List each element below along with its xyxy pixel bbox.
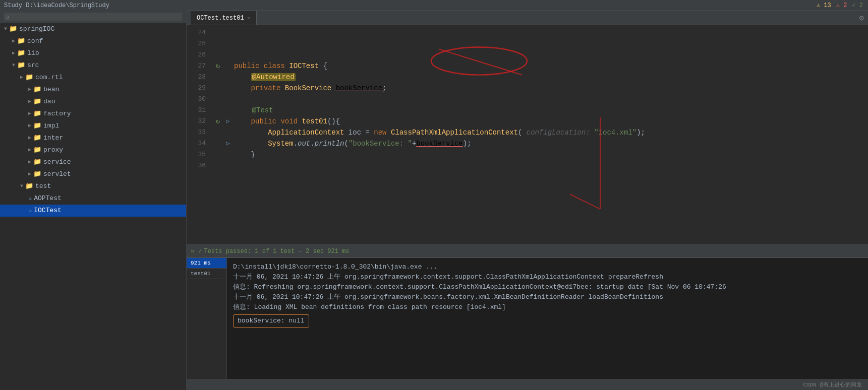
error-count: ⚠ 2 [836,2,847,9]
tree-item-label: conf [27,36,43,46]
tree-item-label: dao [43,97,55,107]
output-line-5: bookService: null [233,312,862,328]
sidebar-search-bar [0,11,186,23]
tree-item-proxy[interactable]: ▶📁proxy [0,144,186,156]
check-icon: ✓ [198,247,202,255]
tree-item-label: proxy [43,145,63,155]
code-line-33: 33 ApplicationContext ioc = new ClassPat… [187,127,868,138]
bookmark-icon-34: ▷ [224,138,232,149]
run-gutter-icon-32[interactable]: ↻ [212,116,224,127]
folder-icon: 📁 [33,121,41,131]
pass-badge: ✓ Tests passed: 1 of 1 test – 2 sec 921 … [198,247,349,255]
tree-arrow: ▶ [20,73,23,83]
warning-count: ⚠ 13 [817,2,831,9]
tree-item-label: IOCTest [34,206,62,216]
tree-item-servlet[interactable]: ▶📁servlet [0,168,186,180]
tree-item-bean[interactable]: ▶📁bean [0,84,186,96]
code-line-30: 30 [187,94,868,105]
code-line-24: 24 [187,27,868,38]
tab-bar: OCTest.test01 ✕ ⚙ [187,11,868,25]
sidebar-search-input[interactable] [4,13,182,21]
sidebar-header: Study D:\ideaCode\SpringStudy [0,0,186,11]
java-file-icon: ☕ [28,206,32,216]
tree-item-label: src [27,60,39,71]
file-tree: ▼📁springIOC▶📁conf▶📁lib▼📁src▶📁com.rtl▶📁be… [0,23,186,390]
tree-arrow: ▶ [28,121,31,131]
tree-item-springIOC[interactable]: ▼📁springIOC [0,23,186,35]
tree-item-AOPTest[interactable]: ☕AOPTest [0,192,186,205]
tree-arrow: ▶ [28,109,31,119]
tree-item-label: inter [43,133,63,143]
code-line-27: 27 ↻ public class IOCTest { [187,60,868,72]
folder-icon: 📁 [33,145,41,155]
run-output: D:\install\jdk18\corretto-1.8.0_302\bin\… [227,258,868,379]
tree-item-IOCTest[interactable]: ☕IOCTest [0,205,186,217]
run-panel: » ✓ Tests passed: 1 of 1 test – 2 sec 92… [187,244,868,390]
run-gutter-icon-27[interactable]: ↻ [212,60,224,72]
run-side-item-test01[interactable]: test01 [187,269,226,279]
tree-item-factory[interactable]: ▶📁factory [0,108,186,120]
run-side-item-921ms[interactable]: 921 ms [187,258,226,269]
code-line-25: 25 [187,38,868,49]
tree-item-label: test [35,181,51,191]
tree-item-label: lib [27,48,39,58]
active-tab[interactable]: OCTest.test01 ✕ [191,11,257,25]
tree-item-label: service [43,157,71,167]
settings-gear-icon[interactable]: ⚙ [859,13,864,23]
run-arrow-icon: » [191,248,194,255]
code-editor[interactable]: 24 25 26 27 ↻ [187,25,868,244]
tree-item-label: factory [43,109,71,119]
folder-icon: 📁 [33,97,41,107]
tab-label: OCTest.test01 [197,15,244,22]
tree-item-impl[interactable]: ▶📁impl [0,120,186,132]
tree-item-dao[interactable]: ▶📁dao [0,96,186,108]
code-line-32: 32 ↻ ▷ public void test01(){ [187,116,868,127]
code-line-29: 29 private BookService bookService; [187,83,868,94]
code-line-28: 28 @Autowired [187,72,868,83]
run-sidebar: 921 mstest01 [187,258,227,379]
tree-item-label: servlet [43,169,71,179]
folder-icon: 📁 [17,36,25,46]
tree-item-conf[interactable]: ▶📁conf [0,35,186,47]
tab-close-icon[interactable]: ✕ [247,15,251,21]
code-line-36: 36 [187,160,868,171]
tree-arrow: ▼ [20,181,23,191]
output-result: bookService: null [233,314,309,328]
tree-arrow: ▶ [28,169,31,179]
editor-topbar: ⚠ 13 ⚠ 2 ✓ 2 [187,0,868,11]
folder-icon: 📁 [33,157,41,167]
tree-arrow: ▶ [28,85,31,95]
run-toolbar: » ✓ Tests passed: 1 of 1 test – 2 sec 92… [187,245,868,258]
main-editor-area: ⚠ 13 ⚠ 2 ✓ 2 OCTest.test01 ✕ ⚙ [187,0,868,390]
tree-item-com.rtl[interactable]: ▶📁com.rtl [0,72,186,84]
sidebar: Study D:\ideaCode\SpringStudy ▼📁springIO… [0,0,187,390]
tree-item-service[interactable]: ▶📁service [0,156,186,168]
tree-item-src[interactable]: ▼📁src [0,59,186,72]
tree-item-label: com.rtl [35,73,63,83]
folder-icon: 📁 [33,169,41,179]
tree-arrow: ▶ [28,145,31,155]
tree-item-lib[interactable]: ▶📁lib [0,47,186,59]
bookmark-icon-32: ▷ [224,116,232,127]
editor-area: OCTest.test01 ✕ ⚙ 24 [187,11,868,244]
tree-arrow: ▶ [12,36,15,46]
run-content: 921 mstest01 D:\install\jdk18\corretto-1… [187,258,868,379]
tree-arrow: ▼ [4,24,7,34]
tree-item-inter[interactable]: ▶📁inter [0,132,186,144]
tree-arrow: ▶ [28,97,31,107]
output-line-1: 十一月 06, 2021 10:47:26 上午 org.springframe… [233,272,862,282]
output-line-3: 十一月 06, 2021 10:47:26 上午 org.springframe… [233,292,862,302]
tree-item-label: springIOC [19,24,54,34]
tree-item-test[interactable]: ▼📁test [0,180,186,192]
folder-icon: 📁 [33,85,41,95]
output-line-4: 信息: Loading XML bean definitions from cl… [233,302,862,312]
folder-icon: 📁 [17,60,25,71]
footer-text: CSDN @有上进心的阿龙 [803,381,862,388]
tree-arrow: ▼ [12,60,15,71]
java-file-icon: ☕ [28,193,32,204]
run-footer: CSDN @有上进心的阿龙 [187,379,868,390]
folder-icon: 📁 [9,24,17,34]
code-line-34: 34 ▷ System.out.println("bookService: "+… [187,138,868,149]
tree-arrow: ▶ [12,48,15,58]
output-line-0: D:\install\jdk18\corretto-1.8.0_302\bin\… [233,262,862,272]
